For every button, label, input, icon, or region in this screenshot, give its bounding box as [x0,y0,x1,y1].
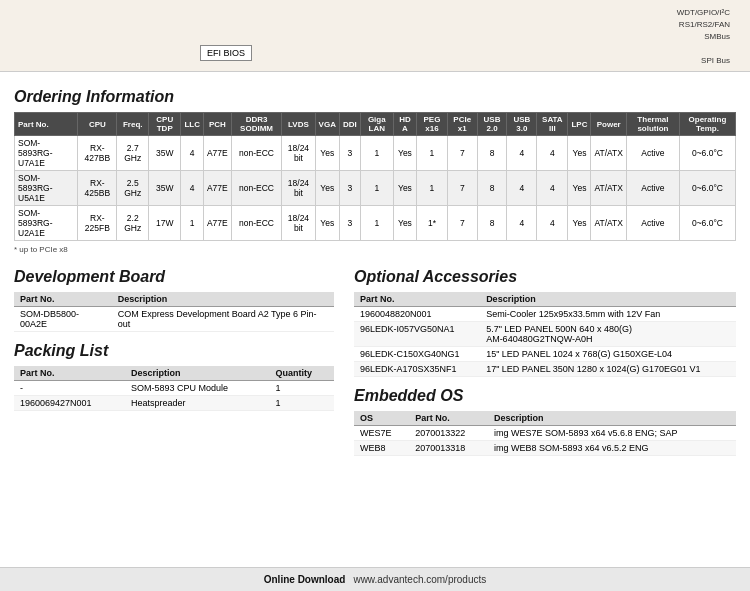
ordering-cell-1: RX-427BB [78,136,117,171]
ordering-cell-5: A77E [203,206,231,241]
ordering-cell-14: 8 [477,171,507,206]
ordering-table-row: SOM-5893RG-U2A1ERX-225FB2.2 GHz17W1A77En… [15,206,736,241]
ordering-col-usb3: USB 3.0 [507,113,537,136]
ordering-cell-11: Yes [393,206,416,241]
ordering-cell-5: A77E [203,136,231,171]
ordering-col-sata: SATA III [537,113,568,136]
footer-url: www.advantech.com/products [353,574,486,585]
ordering-cell-8: Yes [315,171,339,206]
page-wrapper: EFI BIOS WDT/GPIO/I²C RS1/RS2/FAN SMBus … [0,0,750,591]
devboard-col-partno: Part No. [14,292,112,307]
os-table: OS Part No. Description WES7E2070013322i… [354,411,736,456]
ordering-col-cpu: CPU [78,113,117,136]
packing-col-partno: Part No. [14,366,125,381]
devboard-cell-1: COM Express Development Board A2 Type 6 … [112,307,334,332]
efi-bios-box: EFI BIOS [200,45,252,61]
accessories-table-row: 96LEDK-C150XG40NG115" LED PANEL 1024 x 7… [354,347,736,362]
ordering-col-tdp: CPU TDP [149,113,181,136]
packing-table: Part No. Description Quantity -SOM-5893 … [14,366,334,411]
accessories-col-partno: Part No. [354,292,480,307]
ordering-cell-6: non-ECC [231,171,282,206]
ordering-cell-13: 7 [447,171,477,206]
ordering-cell-5: A77E [203,171,231,206]
ordering-cell-0: SOM-5893RG-U2A1E [15,206,78,241]
efi-bios-label: EFI BIOS [207,48,245,58]
ordering-cell-7: 18/24 bit [282,136,315,171]
ordering-cell-7: 18/24 bit [282,206,315,241]
ordering-col-partno: Part No. [15,113,78,136]
ordering-col-giga: Giga LAN [360,113,393,136]
ordering-cell-0: SOM-5893RG-U7A1E [15,136,78,171]
devboard-section-title: Development Board [14,268,334,286]
diagram-right-labels: WDT/GPIO/I²C RS1/RS2/FAN SMBus [677,8,730,41]
ordering-col-ddi: DDI [339,113,360,136]
accessories-cell-0: 96LEDK-I057VG50NA1 [354,322,480,347]
packing-cell-2: 1 [270,381,334,396]
ordering-cell-6: non-ECC [231,136,282,171]
accessories-header-row: Part No. Description [354,292,736,307]
ordering-cell-1: RX-425BB [78,171,117,206]
os-table-row: WES7E2070013322img WES7E SOM-5893 x64 v5… [354,426,736,441]
ordering-cell-17: Yes [568,171,591,206]
ordering-cell-14: 8 [477,136,507,171]
ordering-cell-16: 4 [537,206,568,241]
packing-cell-1: Heatspreader [125,396,270,411]
accessories-table: Part No. Description 1960048820N001Semi-… [354,292,736,377]
ordering-cell-19: Active [626,206,679,241]
ordering-cell-3: 35W [149,171,181,206]
footer-label: Online Download [264,574,346,585]
diagram-placeholder: EFI BIOS WDT/GPIO/I²C RS1/RS2/FAN SMBus … [0,0,740,71]
accessories-cell-1: Semi-Cooler 125x95x33.5mm with 12V Fan [480,307,736,322]
ordering-cell-4: 4 [181,171,204,206]
accessories-cell-0: 96LEDK-A170SX35NF1 [354,362,480,377]
ordering-col-temp: Operating Temp. [679,113,735,136]
packing-cell-0: - [14,381,125,396]
accessories-col-desc: Description [480,292,736,307]
ordering-cell-10: 1 [360,136,393,171]
ordering-col-ddr3: DDR3 SODIMM [231,113,282,136]
packing-cell-1: SOM-5893 CPU Module [125,381,270,396]
ordering-table: Part No. CPU Freq. CPU TDP LLC PCH DDR3 … [14,112,736,241]
ordering-cell-11: Yes [393,136,416,171]
devboard-table: Part No. Description SOM-DB5800-00A2ECOM… [14,292,334,332]
ordering-cell-1: RX-225FB [78,206,117,241]
diagram-label-rs: RS1/RS2/FAN [677,20,730,29]
ordering-col-hda: HD A [393,113,416,136]
ordering-cell-2: 2.5 GHz [117,171,149,206]
os-cell-2: img WES7E SOM-5893 x64 v5.6.8 ENG; SAP [488,426,736,441]
ordering-cell-17: Yes [568,206,591,241]
ordering-cell-2: 2.2 GHz [117,206,149,241]
ordering-col-power: Power [591,113,627,136]
packing-table-row: 1960069427N001Heatspreader1 [14,396,334,411]
ordering-cell-3: 17W [149,206,181,241]
packing-cell-0: 1960069427N001 [14,396,125,411]
spi-label: SPI Bus [701,56,730,65]
ordering-cell-4: 4 [181,136,204,171]
ordering-col-pcie: PCIe x1 [447,113,477,136]
ordering-cell-9: 3 [339,206,360,241]
devboard-cell-0: SOM-DB5800-00A2E [14,307,112,332]
ordering-cell-20: 0~6.0°C [679,171,735,206]
footer: Online Download www.advantech.com/produc… [0,567,750,591]
right-column: Optional Accessories Part No. Descriptio… [354,260,736,466]
diagram-area: EFI BIOS WDT/GPIO/I²C RS1/RS2/FAN SMBus … [0,0,750,72]
ordering-cell-12: 1 [417,171,448,206]
ordering-cell-6: non-ECC [231,206,282,241]
ordering-cell-13: 7 [447,206,477,241]
ordering-cell-2: 2.7 GHz [117,136,149,171]
ordering-col-vga: VGA [315,113,339,136]
ordering-col-pch: PCH [203,113,231,136]
packing-header-row: Part No. Description Quantity [14,366,334,381]
ordering-cell-4: 1 [181,206,204,241]
main-content: Ordering Information Part No. CPU Freq. … [0,72,750,474]
two-col-layout: Development Board Part No. Description S… [14,260,736,466]
packing-col-qty: Quantity [270,366,334,381]
accessories-table-row: 96LEDK-I057VG50NA15.7" LED PANEL 500N 64… [354,322,736,347]
ordering-footnote: * up to PCIe x8 [14,245,736,254]
ordering-cell-20: 0~6.0°C [679,136,735,171]
ordering-col-usb2: USB 2.0 [477,113,507,136]
os-col-partno: Part No. [409,411,488,426]
ordering-cell-8: Yes [315,136,339,171]
devboard-col-desc: Description [112,292,334,307]
ordering-cell-14: 8 [477,206,507,241]
